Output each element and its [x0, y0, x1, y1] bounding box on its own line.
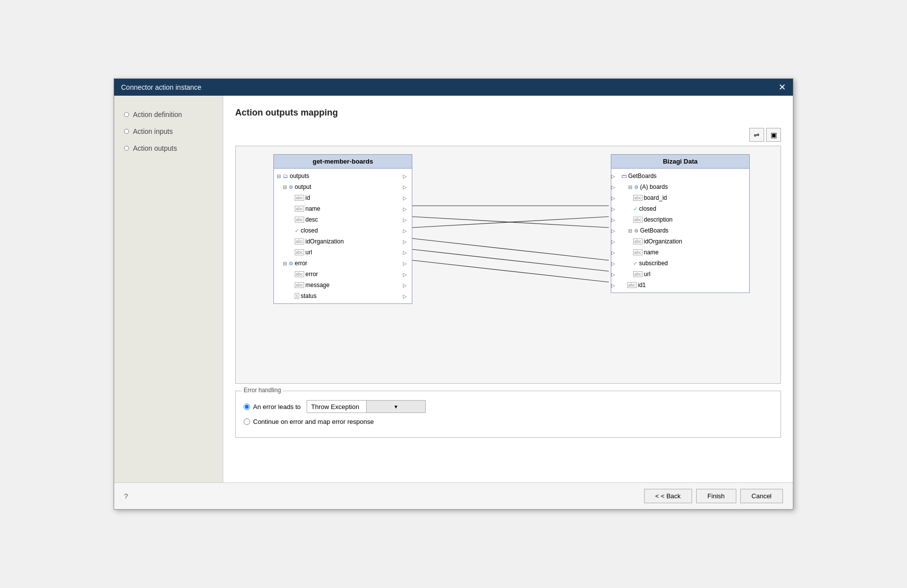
port-arrow: ▷ — [403, 272, 409, 277]
svg-line-1 — [412, 217, 609, 228]
tree-row: abc idOrganization ▷ — [274, 236, 412, 247]
left-tree-header: get-member-boards — [274, 155, 412, 169]
row-label: GetBoards — [628, 173, 656, 179]
folder-icon: 🗃 — [621, 173, 627, 179]
abc-icon: abc — [633, 238, 643, 244]
folder-icon: ⚙ — [634, 184, 639, 190]
abc-icon: abc — [295, 195, 304, 201]
tree-row: ⊟ 🗂 outputs ▷ — [274, 171, 412, 181]
sidebar-dot — [124, 129, 129, 134]
port-arrow: ▷ — [403, 195, 409, 201]
dialog-body: Action definition Action inputs Action o… — [114, 96, 793, 482]
close-button[interactable]: ✕ — [778, 83, 786, 92]
tree-row: abc name ▷ — [274, 203, 412, 214]
tree-row: ▷ ⊟ ⚙ (A) boards — [611, 181, 749, 192]
abc-icon: abc — [633, 271, 643, 277]
expand-icon[interactable]: ⊟ — [282, 261, 288, 266]
sidebar: Action definition Action inputs Action o… — [114, 96, 223, 482]
port-arrow-left: ▷ — [611, 261, 617, 266]
left-tree-body: ⊟ 🗂 outputs ▷ ⊟ ⚙ out — [274, 169, 412, 303]
abc-icon: abc — [633, 195, 643, 201]
row-label: url — [306, 249, 312, 256]
help-button[interactable]: ? — [124, 492, 128, 500]
tree-row: ✓ closed ▷ — [274, 225, 412, 236]
row-label: (A) boards — [640, 183, 668, 190]
sidebar-item-action-inputs[interactable]: Action inputs — [124, 127, 213, 135]
row-label: error — [295, 260, 307, 267]
folder-icon: ⚙ — [289, 184, 293, 190]
row-label: closed — [301, 227, 318, 234]
sidebar-dot — [124, 112, 129, 117]
error-row-1: An error leads to Throw Exception ▼ — [244, 400, 773, 413]
mapping-inner: get-member-boards ⊟ 🗂 outputs ▷ — [244, 154, 773, 304]
dropdown-arrow[interactable]: ▼ — [366, 401, 426, 412]
dropdown-value: Throw Exception — [307, 403, 366, 411]
port-arrow-left: ▷ — [611, 228, 617, 234]
back-button[interactable]: < < Back — [644, 489, 692, 503]
tree-row: abc error ▷ — [274, 269, 412, 280]
port-arrow-left: ▷ — [611, 283, 617, 288]
left-tree-box: get-member-boards ⊟ 🗂 outputs ▷ — [273, 154, 412, 304]
title-bar: Connector action instance ✕ — [114, 79, 793, 96]
port-arrow: ▷ — [403, 206, 409, 212]
svg-line-2 — [412, 217, 609, 228]
right-tree-body: ▷ 🗃 GetBoards ▷ ⊟ ⚙ — [611, 169, 749, 293]
sidebar-item-action-definition[interactable]: Action definition — [124, 111, 213, 118]
finish-button[interactable]: Finish — [696, 489, 736, 503]
port-arrow: ▷ — [403, 250, 409, 255]
radio-label-2[interactable]: Continue on error and map error response — [244, 418, 374, 425]
row-label: GetBoards — [640, 227, 668, 234]
port-arrow-left: ▷ — [611, 272, 617, 277]
abc-icon: abc — [633, 217, 643, 223]
mapping-canvas: get-member-boards ⊟ 🗂 outputs ▷ — [235, 146, 781, 384]
tree-row: ▷ abc idOrganization — [611, 236, 749, 247]
port-arrow: ▷ — [403, 217, 409, 223]
row-label: outputs — [290, 173, 309, 179]
expand-icon[interactable]: ⊟ — [282, 184, 288, 190]
sidebar-item-action-outputs[interactable]: Action outputs — [124, 144, 213, 152]
tree-row: ▷ ✓ subscribed — [611, 258, 749, 269]
port-arrow: ▷ — [403, 294, 409, 299]
check-icon: ✓ — [295, 228, 299, 234]
expand-icon[interactable]: ⊟ — [627, 184, 633, 190]
tree-row: 1 status ▷ — [274, 291, 412, 301]
expand-icon[interactable]: ⊟ — [627, 228, 633, 234]
error-dropdown[interactable]: Throw Exception ▼ — [307, 400, 426, 413]
cancel-button[interactable]: Cancel — [740, 489, 783, 503]
toolbar-layout-button[interactable]: ▣ — [766, 128, 781, 142]
row-label: idOrganization — [644, 238, 682, 245]
abc-icon: abc — [295, 282, 304, 288]
toolbar-map-button[interactable]: ⇌ — [749, 128, 764, 142]
footer-buttons: < < Back Finish Cancel — [644, 489, 783, 503]
folder-icon: ⚙ — [289, 261, 293, 266]
connections-svg — [411, 172, 610, 326]
row-label: board_id — [644, 194, 667, 201]
tree-row: ▷ ✓ closed — [611, 203, 749, 214]
sidebar-item-label: Action inputs — [133, 127, 173, 135]
row-label: id1 — [638, 282, 646, 289]
row-label: idOrganization — [306, 238, 344, 245]
num-icon: 1 — [295, 293, 299, 299]
tree-row: ▷ abc id1 — [611, 280, 749, 291]
port-arrow-left: ▷ — [611, 250, 617, 255]
tree-row: ▷ abc board_id — [611, 192, 749, 203]
sidebar-dot — [124, 146, 129, 151]
port-arrow: ▷ — [403, 174, 409, 179]
expand-icon[interactable]: ⊟ — [276, 174, 282, 179]
abc-icon: abc — [295, 249, 304, 255]
tree-row: ⊟ ⚙ output ▷ — [274, 181, 412, 192]
row-label: subscribed — [639, 260, 668, 267]
radio-label-1[interactable]: An error leads to — [244, 403, 301, 411]
dialog: Connector action instance ✕ Action defin… — [114, 78, 793, 510]
dialog-title: Connector action instance — [121, 83, 201, 91]
row-label: closed — [639, 205, 656, 212]
radio-error-leads-to[interactable] — [244, 404, 250, 410]
tree-row: abc message ▷ — [274, 280, 412, 291]
row-label: status — [301, 293, 317, 299]
abc-icon: abc — [295, 271, 304, 277]
radio-continue-on-error[interactable] — [244, 418, 250, 425]
svg-line-4 — [412, 249, 609, 271]
error-handling-box: Error handling An error leads to Throw E… — [235, 391, 781, 438]
port-arrow: ▷ — [403, 184, 409, 190]
port-arrow-left: ▷ — [611, 206, 617, 212]
